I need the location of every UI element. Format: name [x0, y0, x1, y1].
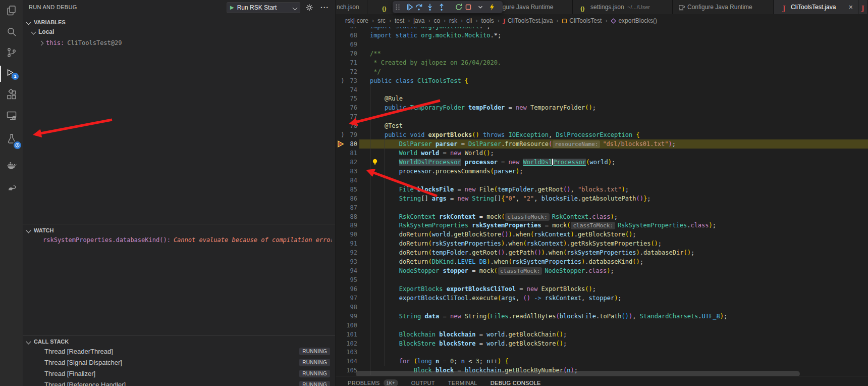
line-number[interactable]: 98	[336, 303, 357, 312]
line-number[interactable]: 68	[336, 31, 357, 40]
line-number[interactable]: 104	[336, 357, 357, 366]
code-line[interactable]: )79 public void exportBlocks() throws IO…	[336, 130, 868, 139]
panel-tab-problems[interactable]: PROBLEMS1K+	[348, 379, 398, 386]
breadcrumb-item[interactable]: co	[433, 17, 440, 24]
code-line[interactable]: 100	[336, 321, 868, 330]
line-number[interactable]: 86	[336, 194, 357, 203]
code-line[interactable]: 99 String data = new String(Files.readAl…	[336, 312, 868, 321]
line-number[interactable]: 72	[336, 67, 357, 76]
activity-item-run-and-debug[interactable]	[0, 66, 23, 82]
breadcrumb-item[interactable]: exportBlocks()	[611, 17, 657, 24]
launch-config-dropdown[interactable]: ▶ Run RSK Start	[227, 2, 300, 13]
code-line[interactable]: 80 DslParser parser = DslParser.fromReso…	[336, 139, 868, 149]
code-line[interactable]: 97 exportBlocksCliTool.execute(args, () …	[336, 294, 868, 303]
line-number[interactable]: 97	[336, 294, 357, 303]
continue-icon[interactable]	[406, 3, 414, 11]
call-stack-thread-row[interactable]: Thread [ReaderThread]RUNNING	[23, 346, 335, 357]
line-number[interactable]: 79	[336, 130, 357, 139]
code-line[interactable]: 89 RskSystemProperties rskSystemProperti…	[336, 221, 868, 230]
line-number[interactable]: 105	[336, 366, 357, 375]
line-number[interactable]: 96	[336, 284, 357, 294]
code-line[interactable]: 82 WorldDslProcessor processor = new Wor…	[336, 158, 868, 167]
code-line[interactable]: 92 doReturn(tempFolder.getRoot().getPath…	[336, 248, 868, 257]
breadcrumb-item[interactable]: tools	[481, 17, 494, 24]
gear-icon[interactable]	[305, 4, 313, 12]
editor-tab-overflow[interactable]: J	[858, 0, 868, 14]
call-stack-thread-row[interactable]: Thread [Finalizer]RUNNING	[23, 368, 335, 379]
code-line[interactable]: 104 for (long n = 0; n < 3; n++) {	[336, 357, 868, 366]
code-line[interactable]: 103	[336, 348, 868, 357]
start-debug-icon[interactable]: ▶	[230, 5, 234, 10]
code-line[interactable]: 91 doReturn(rskSystemProperties).when(rs…	[336, 239, 868, 248]
line-number[interactable]: 94	[336, 266, 357, 275]
code-line[interactable]: 81 World world = new World();	[336, 149, 868, 158]
line-number[interactable]: 71	[336, 58, 357, 67]
line-number[interactable]: 70	[336, 49, 357, 58]
line-number[interactable]: 78	[336, 121, 357, 130]
activity-item-search[interactable]	[0, 24, 23, 40]
chevron-down-icon[interactable]	[476, 3, 484, 11]
line-number[interactable]: 82	[336, 158, 357, 167]
line-number[interactable]: 100	[336, 321, 357, 330]
line-number[interactable]: 77	[336, 112, 357, 121]
variables-scope-local[interactable]: Local	[32, 28, 54, 35]
code-line[interactable]: 68import static org.mockito.Mockito.*;	[336, 31, 868, 40]
line-number[interactable]: 84	[336, 176, 357, 185]
activity-item-extensions[interactable]	[0, 87, 23, 103]
code-line[interactable]: 96 ExportBlocks exportBlocksCliTool = ne…	[336, 284, 868, 294]
more-actions-icon[interactable]: ···	[320, 4, 329, 12]
breadcrumb-item[interactable]: rskj-core	[345, 17, 368, 24]
line-number[interactable]: 99	[336, 312, 357, 321]
code-line[interactable]: 74	[336, 85, 868, 94]
code-line[interactable]: 87	[336, 203, 868, 212]
watch-section-header[interactable]: WATCH	[23, 225, 335, 235]
code-line[interactable]: 75 @Rule	[336, 94, 868, 103]
line-number[interactable]: 80	[336, 139, 357, 149]
section-divider[interactable]	[23, 224, 335, 224]
line-number[interactable]: 101	[336, 330, 357, 339]
panel-tab-output[interactable]: OUTPUT	[411, 380, 435, 386]
close-icon[interactable]: ×	[849, 3, 853, 11]
code-line[interactable]: 84	[336, 176, 868, 185]
code-line[interactable]: 78 @Test	[336, 121, 868, 130]
code-line[interactable]: 85 File blocksFile = new File(tempFolder…	[336, 185, 868, 194]
activity-item-docker[interactable]	[0, 158, 23, 174]
activity-item-explorer[interactable]	[0, 3, 23, 19]
stop-icon[interactable]	[464, 3, 472, 11]
editor-tab-settings.json[interactable]: {}settings.json~/.../User	[573, 0, 673, 14]
code-line[interactable]: 101 Blockchain blockchain = world.getBlo…	[336, 330, 868, 339]
step-into-icon[interactable]	[426, 3, 434, 11]
panel-tab-terminal[interactable]: TERMINAL	[448, 380, 477, 386]
call-stack-section-header[interactable]: CALL STACK	[23, 336, 335, 347]
drag-grip-icon[interactable]	[394, 3, 402, 11]
code-line[interactable]: 93 doReturn(DbKind.LEVEL_DB).when(rskSys…	[336, 257, 868, 266]
code-line[interactable]: 69	[336, 40, 868, 49]
code-line[interactable]: 77	[336, 112, 868, 121]
editor-tab-Configure Java Runtime[interactable]: Configure Java Runtime	[673, 0, 774, 14]
line-number[interactable]: 92	[336, 248, 357, 257]
code-line[interactable]: 72 */	[336, 67, 868, 76]
variable-this-row[interactable]: this: CliToolsTest@29	[39, 39, 122, 46]
variables-section-header[interactable]: VARIABLES	[23, 17, 335, 27]
code-line[interactable]: 86 String[] args = new String[]{"0", "2"…	[336, 194, 868, 203]
line-number[interactable]: 88	[336, 212, 357, 221]
line-number[interactable]: 87	[336, 203, 357, 212]
line-number[interactable]: 74	[336, 85, 357, 94]
breadcrumb-item[interactable]: CliToolsTest	[562, 17, 602, 24]
code-line[interactable]: 90 doReturn(world.getBlockStore()).when(…	[336, 230, 868, 239]
line-number[interactable]: 76	[336, 103, 357, 112]
call-stack-thread-row[interactable]: Thread [Signal Dispatcher]RUNNING	[23, 357, 335, 368]
code-line[interactable]: 71 * Created by ajlopez on 26/04/2020.	[336, 58, 868, 67]
breadcrumb-item[interactable]: test	[395, 17, 404, 24]
editor-tab-CliToolsTest.java[interactable]: JCliToolsTest.java×	[774, 0, 858, 14]
activity-item-source-control[interactable]	[0, 44, 23, 61]
code-line[interactable]: 88 RskContext rskContext = mock(classToM…	[336, 212, 868, 221]
code-area[interactable]: 67import static org.junit.Assert.*;68imp…	[336, 0, 868, 386]
watch-expression-row[interactable]: rskSystemProperties.databaseKind(): Cann…	[43, 236, 332, 244]
line-number[interactable]: 73	[336, 76, 357, 85]
breadcrumb-item[interactable]: rsk	[449, 17, 457, 24]
section-divider[interactable]	[23, 335, 335, 335]
line-number[interactable]: 81	[336, 149, 357, 158]
line-number[interactable]: 85	[336, 185, 357, 194]
code-line[interactable]: )73public class CliToolsTest {	[336, 76, 868, 85]
